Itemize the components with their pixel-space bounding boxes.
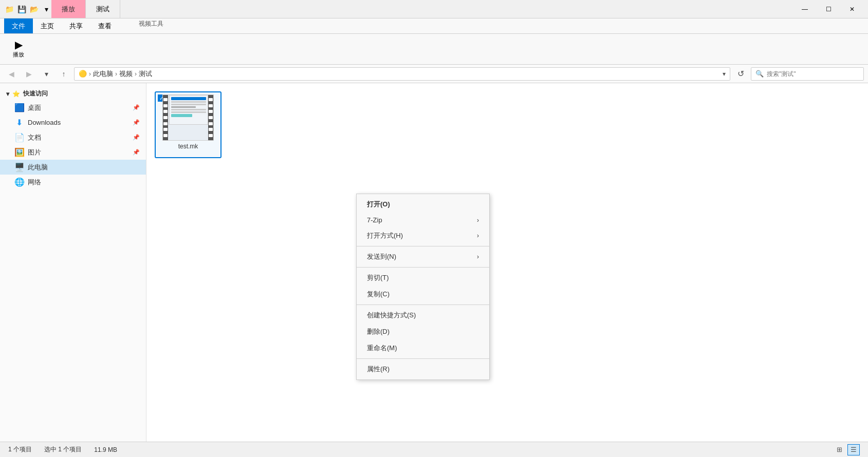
nav-forward-button[interactable]: ▶ [22,67,36,81]
title-bar-icons: 📁 💾 📂 ▾ [4,4,51,14]
ctx-send-to-arrow: › [477,253,479,260]
status-selected-count: 选中 1 个项目 [44,445,82,454]
ctx-item-create-shortcut[interactable]: 创建快捷方式(S) [357,307,489,323]
search-icon: 🔍 [755,70,764,78]
downloads-icon: ⬇ [14,118,24,127]
address-bar: ◀ ▶ ▾ ↑ 🟡 › 此电脑 › 视频 › 测试 ▾ ↺ 🔍 [0,65,868,83]
quick-access-label: 快速访问 [23,89,48,98]
ctx-item-open[interactable]: 打开(O) [357,196,489,213]
ribbon-tabs: 文件 主页 共享 查看 视频工具 [0,18,868,34]
ctx-7zip-arrow: › [477,217,479,224]
folder-icon: 📁 [4,4,14,14]
play-icon: ▶ [15,40,23,50]
thumbnail-screen [169,95,208,125]
ctx-properties-label: 属性(R) [367,365,390,374]
file-label: test.mk [178,143,198,150]
sidebar-item-network-label: 网络 [28,178,41,187]
close-button[interactable]: ✕ [840,0,864,18]
sidebar: ▾ ⭐ 快速访问 🟦 桌面 📌 ⬇ Downloads 📌 📄 文档 📌 🖼️ … [0,83,146,442]
quick-access-chevron-icon: ▾ [6,90,9,98]
path-folder-icon: 🟡 [79,70,87,78]
ribbon-tab-file[interactable]: 文件 [4,18,33,33]
nav-back-button[interactable]: ◀ [4,67,19,81]
quick-access-star-icon: ⭐ [12,90,20,98]
path-sep-2: › [115,70,117,78]
content-area: ✓ [146,83,868,442]
sidebar-item-documents[interactable]: 📄 文档 📌 [0,130,146,145]
sidebar-item-this-pc[interactable]: 🖥️ 此电脑 [0,160,146,175]
open-icon: 📂 [29,4,39,14]
path-dropdown-icon[interactable]: ▾ [723,70,726,78]
title-bar-tabs: 播放 测试 [51,0,120,18]
pin-icon-pictures: 📌 [133,149,140,156]
ribbon-tab-view[interactable]: 查看 [90,18,119,33]
maximize-button[interactable]: ☐ [817,0,840,18]
ctx-copy-label: 复制(C) [367,290,390,299]
ctx-send-to-label: 发送到(N) [367,252,396,261]
ctx-cut-label: 剪切(T) [367,273,389,282]
ribbon-tools-label: 视频工具 [135,18,168,33]
view-list-button[interactable]: ☰ [847,444,860,455]
sidebar-item-pictures[interactable]: 🖼️ 图片 📌 [0,145,146,160]
path-this-pc[interactable]: 此电脑 [93,69,113,79]
search-input[interactable] [767,70,859,78]
search-box[interactable]: 🔍 [751,67,864,81]
nav-up-button[interactable]: ↑ [57,67,71,81]
status-bar: 1 个项目 选中 1 个项目 11.9 MB ⊞ ☰ [0,442,868,457]
pin-icon-downloads: 📌 [133,119,140,126]
status-view-controls: ⊞ ☰ [833,444,860,455]
minimize-button[interactable]: — [793,0,817,18]
ribbon-tab-home[interactable]: 主页 [33,18,62,33]
tab-test[interactable]: 测试 [86,0,120,18]
ribbon-btn-play-label: 播放 [13,51,24,59]
ctx-item-cut[interactable]: 剪切(T) [357,270,489,286]
sidebar-quick-access-header[interactable]: ▾ ⭐ 快速访问 [0,87,146,100]
pin-icon-documents: 📌 [133,134,140,141]
ctx-open-with-label: 打开方式(H) [367,231,403,240]
path-test[interactable]: 测试 [139,69,152,79]
view-grid-button[interactable]: ⊞ [833,444,845,455]
ctx-separator-2 [357,267,489,268]
pin-icon-desktop: 📌 [133,104,140,111]
ribbon-tab-share[interactable]: 共享 [62,18,90,33]
address-path[interactable]: 🟡 › 此电脑 › 视频 › 测试 ▾ [74,67,730,81]
dropdown-icon[interactable]: ▾ [41,4,51,14]
pictures-icon: 🖼️ [14,147,24,157]
ctx-create-shortcut-label: 创建快捷方式(S) [367,311,416,320]
ctx-item-properties[interactable]: 属性(R) [357,361,489,377]
ribbon: 文件 主页 共享 查看 视频工具 ▶ 播放 [0,18,868,65]
sidebar-item-pictures-label: 图片 [28,148,41,157]
ctx-separator-1 [357,246,489,246]
sidebar-item-desktop[interactable]: 🟦 桌面 📌 [0,100,146,115]
ctx-item-rename[interactable]: 重命名(M) [357,340,489,356]
sidebar-item-documents-label: 文档 [28,133,41,142]
film-strip-left [163,95,168,140]
refresh-button[interactable]: ↺ [733,67,748,81]
tab-play[interactable]: 播放 [51,0,86,18]
ribbon-tab-video-tools[interactable] [119,18,135,33]
path-video[interactable]: 视频 [119,69,133,79]
ctx-rename-label: 重命名(M) [367,344,397,353]
ribbon-btn-play[interactable]: ▶ 播放 [8,39,29,60]
ctx-item-send-to[interactable]: 发送到(N) › [357,249,489,265]
path-sep-3: › [135,70,137,78]
ctx-item-7zip[interactable]: 7-Zip › [357,213,489,227]
ctx-7zip-label: 7-Zip [367,216,382,224]
ctx-item-copy[interactable]: 复制(C) [357,286,489,302]
ctx-separator-4 [357,358,489,359]
sidebar-item-network[interactable]: 🌐 网络 [0,175,146,189]
main-layout: ▾ ⭐ 快速访问 🟦 桌面 📌 ⬇ Downloads 📌 📄 文档 📌 🖼️ … [0,83,868,442]
save-icon: 💾 [16,4,27,14]
context-menu: 打开(O) 7-Zip › 打开方式(H) › 发送到(N) › 剪切(T) 复… [356,194,490,380]
network-icon: 🌐 [14,177,24,187]
desktop-icon: 🟦 [14,103,24,112]
nav-dropdown-button[interactable]: ▾ [39,67,53,81]
file-item-test-mk[interactable]: ✓ [155,91,221,158]
status-item-count: 1 个项目 [8,445,32,454]
sidebar-item-downloads[interactable]: ⬇ Downloads 📌 [0,115,146,130]
ctx-item-open-with[interactable]: 打开方式(H) › [357,227,489,244]
ctx-item-delete[interactable]: 删除(D) [357,323,489,340]
ctx-open-label: 打开(O) [367,200,390,209]
sidebar-item-this-pc-label: 此电脑 [28,163,48,172]
ctx-delete-label: 删除(D) [367,327,390,336]
